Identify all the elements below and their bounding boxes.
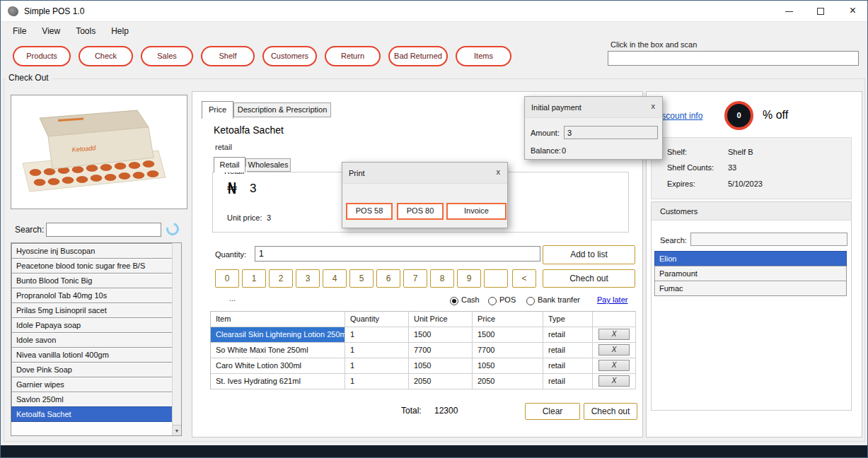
initial-payment-dialog: Initial payment x Amount: Balance: 0 (524, 96, 663, 160)
product-list-item[interactable]: Idole Papaya soap (11, 317, 173, 333)
product-list-item[interactable]: Dove Pink Soap (11, 362, 173, 377)
tab-description-prescription[interactable]: Description & Prescription (233, 102, 331, 117)
product-list-item[interactable]: Propranolol Tab 40mg 10s (11, 288, 173, 303)
ellipsis-label: ... (229, 294, 236, 303)
product-list-item[interactable]: Nivea vanilla lotionl 400gm (11, 347, 173, 363)
scan-hint-label: Click in the box and scan (611, 40, 697, 49)
toolbar-button-shelf[interactable]: Shelf (201, 46, 255, 66)
table-cell-quantity: 1 (345, 358, 409, 374)
product-list-item[interactable]: Hyoscine inj Buscopan (11, 243, 173, 259)
remove-row-button[interactable]: X (598, 360, 630, 371)
customer-search-input[interactable] (690, 233, 847, 246)
numpad-backspace-button[interactable]: < (512, 269, 536, 288)
check-out-button-bottom[interactable]: Chech out (584, 403, 637, 420)
radio-pos[interactable] (488, 297, 497, 305)
quantity-input[interactable] (255, 246, 540, 262)
column-header-type: Type (543, 312, 593, 327)
retail-price-value: 3 (250, 182, 256, 196)
column-header-item: Item (211, 312, 345, 327)
toolbar-button-sales[interactable]: Sales (141, 46, 193, 66)
discount-badge[interactable]: 0 (724, 101, 753, 130)
order-table: Item Quantity Unit Price Price Type Clea… (210, 311, 636, 389)
print-dialog-close-button[interactable]: x (497, 168, 501, 176)
window-title: Simple POS 1.0 (24, 6, 84, 16)
menu-item-tools[interactable]: Tools (68, 23, 103, 40)
scroll-down-button[interactable]: ▼ (173, 425, 181, 435)
maximize-button[interactable] (805, 1, 837, 22)
toolbar-button-products[interactable]: Products (13, 46, 71, 66)
scan-input[interactable] (608, 51, 859, 66)
tab-price[interactable]: Price (202, 101, 233, 119)
menubar: File View Tools Help (5, 23, 137, 40)
radio-bank-transfer[interactable] (526, 297, 535, 305)
invoice-button[interactable]: Invoice (446, 203, 507, 220)
radio-pos-label[interactable]: POS (499, 295, 516, 304)
numpad-button-3[interactable]: 3 (296, 269, 320, 288)
toolbar-button-check[interactable]: Check (79, 46, 133, 66)
menu-item-view[interactable]: View (34, 23, 68, 40)
amount-input[interactable] (564, 126, 658, 139)
customer-list-item[interactable]: Paramount (654, 266, 847, 281)
pos-58-button[interactable]: POS 58 (346, 203, 393, 220)
checkout-group-label: Check Out (6, 73, 52, 83)
check-out-button-top[interactable]: Chech out (543, 269, 635, 288)
unit-price-value: 3 (267, 213, 271, 222)
numpad-button-2[interactable]: 2 (269, 269, 293, 288)
numpad-button-6[interactable]: 6 (376, 269, 400, 288)
toolbar-button-return[interactable]: Return (325, 46, 381, 66)
table-cell-item[interactable]: Clearasil Skin Lightening Lotion 250ml (211, 327, 345, 343)
print-dialog-title: Print (349, 169, 365, 177)
numpad-button-8[interactable]: 8 (430, 269, 454, 288)
close-button[interactable]: × (837, 1, 868, 22)
product-list-item[interactable]: Savlon 250ml (11, 392, 173, 407)
toolbar-button-bad-returned[interactable]: Bad Returned (388, 46, 448, 66)
table-cell-unit-price: 1500 (409, 327, 473, 343)
numpad-button-9[interactable]: 9 (457, 269, 481, 288)
column-header-unit-price: Unit Price (409, 312, 473, 327)
payment-dialog-close-button[interactable]: x (652, 102, 656, 110)
toolbar-button-items[interactable]: Items (456, 46, 511, 66)
product-list-item[interactable]: Peacetone blood tonic sugar free B/S (11, 258, 173, 274)
customer-list-item[interactable]: Fumac (654, 281, 847, 296)
numpad-button-5[interactable]: 5 (349, 269, 374, 288)
percent-off-label: % off (763, 109, 788, 122)
clear-button[interactable]: Clear (525, 403, 580, 420)
product-search-input[interactable] (46, 223, 161, 237)
menu-item-help[interactable]: Help (103, 23, 137, 40)
table-cell-price: 1500 (473, 327, 543, 343)
numpad-button-7[interactable]: 7 (403, 269, 427, 288)
pay-later-link[interactable]: Pay later (597, 295, 627, 304)
radio-cash[interactable] (450, 297, 458, 305)
product-list-item-selected[interactable]: Ketoalfa Sachet (11, 406, 173, 422)
product-list-item[interactable]: Idole savon (11, 332, 173, 348)
remove-row-button[interactable]: X (598, 344, 630, 356)
table-cell-item[interactable]: So White Maxi Tone 250ml (211, 343, 345, 358)
tab-retail[interactable]: Retail (214, 157, 245, 172)
remove-row-button[interactable]: X (598, 375, 630, 387)
product-list-item[interactable]: Bunto Blood Tonic Big (11, 273, 173, 288)
numpad-button-0[interactable]: 0 (215, 269, 239, 288)
numpad-button-1[interactable]: 1 (242, 269, 266, 288)
pos-80-button[interactable]: POS 80 (397, 203, 444, 220)
toolbar-button-customers[interactable]: Customers (262, 46, 317, 66)
numpad-button-4[interactable]: 4 (323, 269, 347, 288)
add-to-list-button[interactable]: Add to list (543, 245, 635, 264)
customer-list-item-selected[interactable]: Elion (654, 251, 847, 266)
customer-search-label: Search: (660, 236, 687, 245)
minimize-button[interactable] (773, 1, 805, 22)
numpad-button-blank[interactable] (484, 269, 508, 288)
product-list-item[interactable]: Garnier wipes (11, 377, 173, 392)
table-cell-item[interactable]: St. Ives Hydrating 621ml (211, 374, 345, 389)
toolbar: Products Check Sales Shelf Customers Ret… (13, 46, 511, 66)
product-list-item[interactable]: Prilas 5mg Lisinopril sacet (11, 303, 173, 318)
menu-item-file[interactable]: File (5, 23, 34, 40)
radio-bank-transfer-label[interactable]: Bank tranfer (538, 295, 580, 304)
shelf-counts-label: Shelf Counts: (667, 163, 714, 172)
radio-cash-label[interactable]: Cash (461, 295, 480, 304)
close-icon: × (850, 4, 856, 16)
remove-row-button[interactable]: X (598, 329, 630, 340)
tab-wholesales[interactable]: Wholesales (245, 158, 291, 172)
table-cell-item[interactable]: Caro White Lotion 300ml (211, 358, 345, 374)
product-list-scrollbar[interactable]: ▼ (172, 243, 181, 435)
table-cell-quantity: 1 (345, 374, 409, 389)
